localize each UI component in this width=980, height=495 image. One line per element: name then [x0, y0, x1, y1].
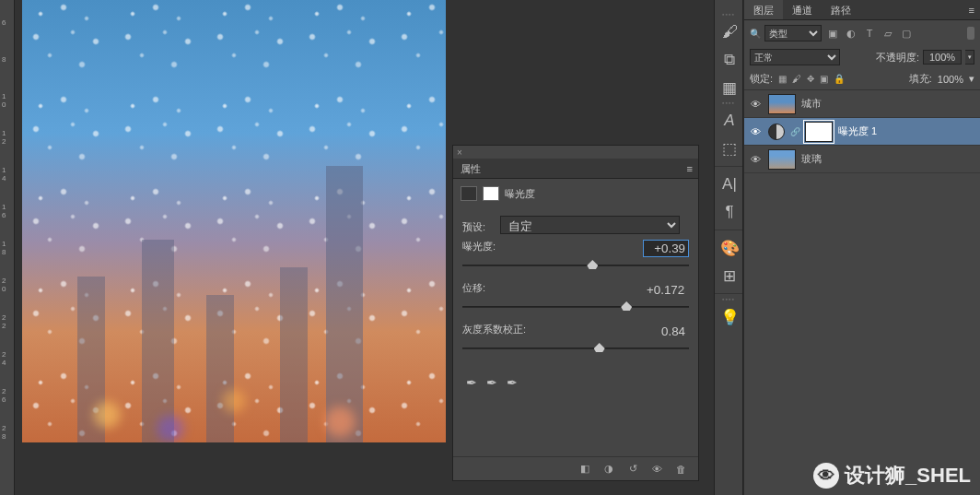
lock-image-icon[interactable]: 🖌 [792, 74, 801, 84]
layer-thumbnail[interactable] [768, 149, 796, 170]
panel-menu-icon[interactable]: ≡ [969, 0, 980, 19]
lock-fill-bar: 锁定: ▦ 🖌 ✥ ▣ 🔒 填充: 100% ▾ [744, 68, 980, 90]
filter-smart-icon[interactable]: ▢ [899, 28, 914, 40]
tab-channels[interactable]: 通道 [783, 0, 822, 19]
lock-position-icon[interactable]: ✥ [807, 74, 814, 84]
layer-row[interactable]: 👁 玻璃 [744, 146, 980, 173]
filter-type-select[interactable]: 类型 [764, 25, 822, 41]
panel-tabs: 图层 通道 路径 ≡ [744, 0, 980, 20]
toggle-visibility-icon[interactable]: 👁 [647, 461, 667, 477]
layer-mask-thumbnail[interactable] [805, 122, 833, 142]
properties-title: 属性 [461, 159, 481, 178]
visibility-toggle-icon[interactable]: 👁 [748, 99, 763, 110]
eyedropper-white-icon[interactable]: ✒ [507, 375, 518, 390]
preset-row: 预设: 自定 [462, 216, 689, 234]
ruler-tick: 8 [2, 55, 6, 64]
ruler-tick: 28 [2, 424, 6, 441]
layers-panel: 图层 通道 路径 ≡ 🔍 类型 ▣ ◐ T ▱ ▢ 正常 不透明度: 100% … [744, 0, 980, 495]
layer-name[interactable]: 城市 [801, 97, 976, 111]
lock-label: 锁定: [750, 72, 773, 86]
offset-slider[interactable] [462, 299, 689, 317]
character-panel-icon[interactable]: A [715, 107, 744, 135]
watermark: 👁 设计狮_SHEL [813, 462, 971, 489]
ruler-tick: 20 [2, 277, 6, 293]
filter-adjust-icon[interactable]: ◐ [844, 28, 858, 40]
clip-to-layer-icon[interactable]: ◧ [575, 461, 595, 477]
properties-footer: ◧ ◑ ↺ 👁 🗑 [453, 456, 698, 480]
panel-menu-icon[interactable]: ≡ [687, 159, 698, 178]
collapsed-panels-dock: ▪▪▪▪ 🖌 ⧉ ▦ ▪▪▪▪ A ⬚ A| ¶ 🎨 ⊞ ▪▪▪▪ 💡 [714, 0, 743, 495]
layer-filter-bar: 🔍 类型 ▣ ◐ T ▱ ▢ [744, 20, 980, 46]
color-panel-icon[interactable]: 🎨 [715, 234, 744, 262]
exposure-adj-icon [461, 186, 477, 201]
lock-artboard-icon[interactable]: ▣ [820, 74, 828, 84]
gamma-slider[interactable] [462, 340, 689, 359]
3d-panel-icon[interactable]: ⬚ [715, 135, 744, 162]
layer-row[interactable]: 👁 城市 [744, 90, 980, 118]
visibility-toggle-icon[interactable]: 👁 [748, 126, 763, 137]
fill-value[interactable]: 100% [938, 74, 963, 85]
preset-label: 预设: [462, 220, 497, 234]
exposure-slider[interactable] [462, 257, 689, 276]
filter-shape-icon[interactable]: ▱ [881, 28, 895, 40]
clone-source-panel-icon[interactable]: ⧉ [715, 46, 744, 74]
ruler-vertical: 6 8 10 12 14 16 18 20 22 24 26 28 [0, 0, 15, 495]
ruler-tick: 6 [2, 18, 6, 27]
ruler-tick: 16 [2, 203, 6, 219]
grid-panel-icon[interactable]: ⊞ [715, 262, 744, 289]
lock-transparency-icon[interactable]: ▦ [778, 74, 787, 84]
watermark-text: 设计狮_SHEL [845, 462, 971, 489]
filter-type-icon[interactable]: T [862, 28, 877, 39]
mask-icon[interactable] [483, 186, 499, 201]
weibo-icon: 👁 [813, 463, 839, 489]
ruler-tick: 14 [2, 166, 6, 183]
swatches-panel-icon[interactable]: ▦ [715, 74, 744, 101]
layer-thumbnail[interactable] [768, 94, 796, 114]
fill-label: 填充: [909, 72, 932, 86]
ruler-tick: 10 [2, 92, 6, 109]
adjustment-icon[interactable] [768, 124, 785, 140]
lock-all-icon[interactable]: 🔒 [834, 74, 845, 84]
glyphs-panel-icon[interactable]: A| [715, 171, 744, 198]
hint-panel-icon[interactable]: 💡 [715, 303, 744, 331]
eyedropper-black-icon[interactable]: ✒ [466, 375, 477, 390]
layer-row[interactable]: 👁 🔗 曝光度 1 [744, 118, 980, 146]
chevron-down-icon[interactable]: ▾ [969, 73, 974, 85]
search-icon[interactable]: 🔍 [750, 29, 761, 39]
exposure-label: 曝光度: [462, 241, 496, 252]
layer-name[interactable]: 玻璃 [801, 152, 976, 166]
filter-pixel-icon[interactable]: ▣ [825, 28, 840, 40]
adjustment-type-row: 曝光度 [453, 179, 698, 208]
opacity-label: 不透明度: [876, 51, 919, 65]
blend-mode-select[interactable]: 正常 [750, 49, 840, 65]
layer-name[interactable]: 曝光度 1 [838, 124, 976, 138]
eyedropper-gray-icon[interactable]: ✒ [486, 375, 497, 390]
gamma-label: 灰度系数校正: [462, 324, 526, 335]
exposure-row: 曝光度: [462, 240, 689, 276]
gamma-input[interactable] [643, 323, 689, 340]
blend-opacity-bar: 正常 不透明度: 100% ▾ [744, 46, 980, 68]
ruler-tick: 26 [2, 387, 6, 404]
paragraph-panel-icon[interactable]: ¶ [715, 198, 744, 226]
visibility-toggle-icon[interactable]: 👁 [748, 154, 763, 165]
exposure-input[interactable] [643, 240, 689, 257]
close-icon[interactable]: × [457, 147, 462, 158]
view-previous-icon[interactable]: ◑ [599, 461, 619, 477]
brush-panel-icon[interactable]: 🖌 [715, 18, 744, 46]
ruler-tick: 18 [2, 240, 6, 256]
opacity-value[interactable]: 100% [923, 50, 962, 65]
adjustment-name: 曝光度 [505, 187, 535, 201]
tab-layers[interactable]: 图层 [744, 0, 783, 19]
properties-title-bar: 属性 ≡ [453, 159, 698, 179]
filter-toggle[interactable] [967, 27, 974, 40]
reset-icon[interactable]: ↺ [623, 461, 643, 477]
preset-select[interactable]: 自定 [500, 216, 680, 234]
link-icon[interactable]: 🔗 [790, 127, 799, 136]
properties-panel: × 属性 ≡ 曝光度 预设: 自定 曝光度: 位移: 灰度系数校正: ✒ [452, 145, 699, 481]
trash-icon[interactable]: 🗑 [671, 461, 691, 477]
ruler-tick: 24 [2, 350, 6, 367]
offset-input[interactable] [643, 281, 689, 299]
document-canvas[interactable] [22, 0, 446, 442]
tab-paths[interactable]: 路径 [822, 0, 860, 19]
chevron-down-icon[interactable]: ▾ [965, 50, 974, 65]
